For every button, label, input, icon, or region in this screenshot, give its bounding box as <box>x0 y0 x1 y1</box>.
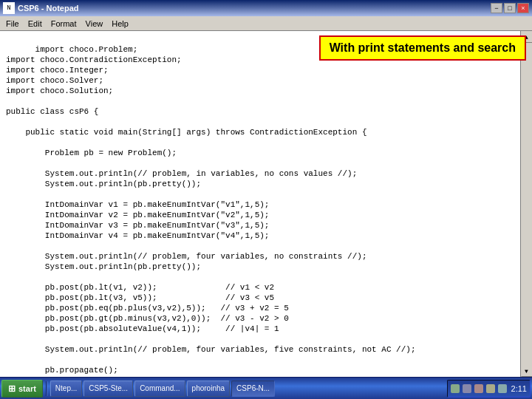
start-icon: ⊞ <box>8 383 16 394</box>
menu-edit[interactable]: Edit <box>24 18 47 30</box>
system-clock: 2:11 <box>511 384 527 393</box>
app-icon: N <box>3 2 15 14</box>
banner-text: With print statements and search <box>330 41 516 54</box>
tray-icon-4 <box>486 384 495 393</box>
system-tray: 2:11 <box>447 380 531 398</box>
start-label: start <box>18 384 36 393</box>
menu-bar: File Edit Format View Help <box>0 16 532 31</box>
code-editor[interactable]: import choco.Problem; import choco.Contr… <box>0 31 520 377</box>
scroll-track[interactable] <box>521 43 533 365</box>
start-button[interactable]: ⊞ start <box>1 380 43 398</box>
taskbar-item-label-2: Command... <box>140 384 180 392</box>
taskbar-divider <box>46 381 47 396</box>
taskbar-item-label-0: Ntep... <box>55 384 77 392</box>
banner: With print statements and search <box>319 35 526 61</box>
menu-view[interactable]: View <box>81 18 108 30</box>
taskbar-item-label-1: CSP5-Ste... <box>89 384 128 392</box>
main-window: N CSP6 - Notepad − □ × File Edit Format … <box>0 0 532 399</box>
tray-icon-2 <box>463 384 471 393</box>
taskbar-item-3[interactable]: phoroinha <box>187 381 230 397</box>
title-bar: N CSP6 - Notepad − □ × <box>0 0 532 16</box>
window-title: CSP6 - Notepad <box>18 4 491 13</box>
content-area: With print statements and search import … <box>0 31 532 377</box>
vertical-scrollbar[interactable]: ▲ ▼ <box>520 31 532 377</box>
code-content: import choco.Problem; import choco.Contr… <box>6 45 416 377</box>
menu-file[interactable]: File <box>1 18 24 30</box>
scroll-down-button[interactable]: ▼ <box>521 365 533 377</box>
minimize-button[interactable]: − <box>491 3 502 13</box>
window-controls: − □ × <box>491 3 529 13</box>
menu-help[interactable]: Help <box>107 18 133 30</box>
tray-icon-3 <box>474 384 483 393</box>
taskbar: ⊞ start Ntep... CSP5-Ste... Command... p… <box>0 377 532 399</box>
taskbar-item-label-3: phoroinha <box>192 384 225 392</box>
tray-icon-5 <box>498 384 507 393</box>
taskbar-item-1[interactable]: CSP5-Ste... <box>83 381 133 397</box>
taskbar-item-2[interactable]: Command... <box>134 381 185 397</box>
taskbar-item-label-4: CSP6-N... <box>236 384 270 392</box>
menu-format[interactable]: Format <box>47 18 81 30</box>
taskbar-item-0[interactable]: Ntep... <box>50 381 82 397</box>
maximize-button[interactable]: □ <box>504 3 516 13</box>
tray-icon-1 <box>451 384 460 393</box>
close-button[interactable]: × <box>517 3 529 13</box>
taskbar-item-4[interactable]: CSP6-N... <box>231 381 275 397</box>
